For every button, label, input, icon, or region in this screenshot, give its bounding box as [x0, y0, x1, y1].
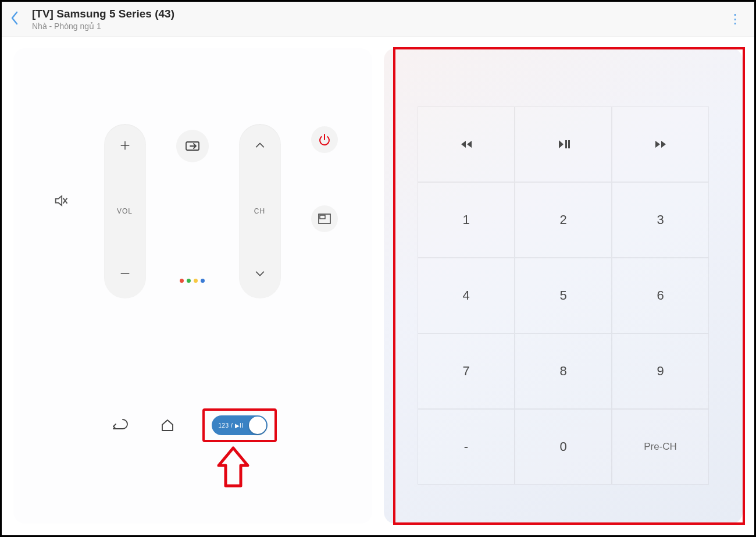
channel-label: CH: [254, 207, 265, 215]
blue-dot-icon: [201, 279, 205, 283]
remote-panel: VOL: [13, 48, 372, 524]
channel-up-button[interactable]: [254, 139, 266, 155]
mute-button[interactable]: [48, 188, 74, 214]
key-5[interactable]: 5: [515, 258, 612, 333]
key-6[interactable]: 6: [612, 258, 709, 333]
page-title: [TV] Samsung 5 Series (43): [32, 8, 174, 20]
key-3[interactable]: 3: [612, 182, 709, 258]
yellow-dot-icon: [194, 279, 198, 283]
toggle-label: 123 / ▶II: [219, 422, 244, 429]
channel-down-button[interactable]: [254, 267, 266, 283]
header-bar: [TV] Samsung 5 Series (43) Nhà - Phòng n…: [2, 2, 754, 37]
page-subtitle: Nhà - Phòng ngủ 1: [32, 22, 174, 31]
home-button[interactable]: [156, 414, 179, 437]
key-2[interactable]: 2: [515, 182, 612, 258]
power-button[interactable]: [311, 126, 338, 153]
svg-rect-9: [320, 215, 325, 219]
red-dot-icon: [180, 279, 184, 283]
key-dash[interactable]: -: [418, 409, 515, 485]
key-8[interactable]: 8: [515, 333, 612, 409]
key-0[interactable]: 0: [515, 409, 612, 485]
keypad-toggle-highlight: 123 / ▶II: [202, 408, 277, 442]
color-dots-button[interactable]: [180, 279, 205, 283]
key-7[interactable]: 7: [418, 333, 515, 409]
key-4[interactable]: 4: [418, 258, 515, 333]
channel-rocker: CH: [239, 124, 281, 298]
volume-rocker: VOL: [104, 124, 146, 298]
guide-button[interactable]: [311, 205, 338, 232]
volume-down-button[interactable]: [119, 267, 131, 283]
return-button[interactable]: [109, 414, 133, 437]
annotation-arrow-icon: [213, 445, 254, 492]
keypad-panel: 1 2 3 4 5 6 7 8 9 -: [384, 48, 743, 524]
back-button[interactable]: [10, 11, 18, 27]
key-9[interactable]: 9: [612, 333, 709, 409]
key-pre-ch[interactable]: Pre-CH: [612, 409, 709, 485]
green-dot-icon: [187, 279, 191, 283]
more-menu-button[interactable]: ⋮: [725, 12, 746, 27]
volume-label: VOL: [117, 207, 133, 215]
source-button[interactable]: [176, 130, 209, 162]
play-pause-button[interactable]: [515, 106, 612, 182]
rewind-button[interactable]: [418, 106, 515, 182]
keypad-mode-toggle[interactable]: 123 / ▶II: [212, 415, 268, 435]
volume-up-button[interactable]: [119, 139, 131, 155]
key-1[interactable]: 1: [418, 182, 515, 258]
keypad-grid: 1 2 3 4 5 6 7 8 9 -: [418, 106, 709, 485]
forward-button[interactable]: [612, 106, 709, 182]
toggle-knob-icon: [249, 417, 266, 434]
